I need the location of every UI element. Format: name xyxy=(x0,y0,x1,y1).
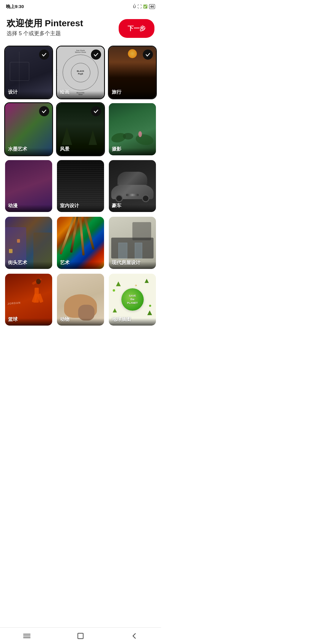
topic-overlay: 摄影 xyxy=(109,143,156,155)
topic-label: 艺术 xyxy=(60,260,69,265)
topic-label: 摄影 xyxy=(112,146,121,151)
check-badge xyxy=(143,49,153,60)
page-title: 欢迎使用 Pinterest xyxy=(7,18,83,29)
topic-card-ink-art[interactable]: 水墨艺术 xyxy=(4,102,53,156)
check-badge xyxy=(91,49,101,60)
topic-overlay: 艺术 xyxy=(57,257,104,269)
status-bar: 晚上9:30 Ǘ​ ⛶ ✅​ 44 xyxy=(0,0,161,12)
topic-card-art[interactable]: 艺术 xyxy=(56,216,105,270)
topic-overlay: 动漫 xyxy=(5,200,52,212)
topic-label: 水墨艺术 xyxy=(8,146,27,151)
topic-label: 旅行 xyxy=(112,89,121,95)
bluetooth-icon2: ⛶ xyxy=(137,4,142,9)
topic-card-anime[interactable]: 动漫 xyxy=(4,159,53,213)
topic-card-design[interactable]: 设计 xyxy=(4,46,53,99)
topic-label: 绘画 xyxy=(60,89,69,95)
topic-overlay: 室内设计 xyxy=(57,200,104,212)
topic-overlay: 篮球 xyxy=(5,313,52,326)
status-time: 晚上9:30 xyxy=(6,4,24,10)
topic-label: 街头艺术 xyxy=(8,260,27,265)
next-button[interactable]: 下一步 xyxy=(119,19,154,38)
topic-overlay: 绘画 xyxy=(57,86,104,98)
topic-overlay: 设计 xyxy=(5,86,52,98)
signal-icon: ✅​ xyxy=(143,4,148,9)
status-icons: Ǘ​ ⛶ ✅​ 44 xyxy=(133,4,155,9)
topic-card-animals[interactable]: 动物 xyxy=(56,273,105,326)
topic-overlay: 街头艺术 xyxy=(5,257,52,269)
topic-card-interior[interactable]: 室内设计 xyxy=(56,159,105,213)
topic-card-basketball[interactable]: JORDAN 篮球 xyxy=(4,273,53,326)
topic-label: 现代房屋设计 xyxy=(112,260,140,265)
topic-label: 风景 xyxy=(60,146,69,151)
topics-grid: 设计 BLACKPupil Dark ShadeMedium Shade Con… xyxy=(0,41,161,332)
topic-card-travel[interactable]: 旅行 xyxy=(108,46,157,99)
topic-label: 地球插图 xyxy=(112,317,131,322)
earth-planet: SAVEthePLANET xyxy=(121,288,144,311)
topic-overlay: 现代房屋设计 xyxy=(109,257,156,269)
topic-card-modern-house[interactable]: 现代房屋设计 xyxy=(108,216,157,270)
topic-overlay: 动物 xyxy=(57,313,104,326)
bluetooth-icon: Ǘ​ xyxy=(133,4,136,9)
topic-label: 动漫 xyxy=(8,203,18,208)
save-planet-text: SAVEthePLANET xyxy=(127,294,138,305)
topic-overlay: 风景 xyxy=(57,143,104,155)
topic-card-luxury-car[interactable]: 豪车 xyxy=(108,159,157,213)
header-text-block: 欢迎使用 Pinterest 选择 5 个或更多个主题 xyxy=(7,18,83,37)
topic-label: 设计 xyxy=(8,89,18,95)
check-badge xyxy=(39,49,49,60)
topic-card-street-art[interactable]: 街头艺术 xyxy=(4,216,53,270)
topic-card-scenery[interactable]: 风景 xyxy=(56,102,105,156)
battery-icon: 44 xyxy=(149,4,155,9)
header: 欢迎使用 Pinterest 选择 5 个或更多个主题 下一步 xyxy=(0,12,161,41)
topic-overlay: 地球插图 xyxy=(109,313,156,326)
topic-card-drawing[interactable]: BLACKPupil Dark ShadeMedium Shade Contra… xyxy=(56,46,105,99)
topic-overlay: 豪车 xyxy=(109,200,156,212)
topic-overlay: 水墨艺术 xyxy=(5,143,52,155)
topic-label: 豪车 xyxy=(112,203,121,208)
topic-card-photography[interactable]: 摄影 xyxy=(108,102,157,156)
page-subtitle: 选择 5 个或更多个主题 xyxy=(7,30,83,37)
topic-label: 室内设计 xyxy=(60,203,79,208)
topic-overlay: 旅行 xyxy=(109,86,156,98)
topic-label: 篮球 xyxy=(8,317,18,322)
topic-card-earth-illustration[interactable]: SAVEthePLANET ✈ 地球插图 xyxy=(108,273,157,326)
topic-label: 动物 xyxy=(60,317,69,322)
